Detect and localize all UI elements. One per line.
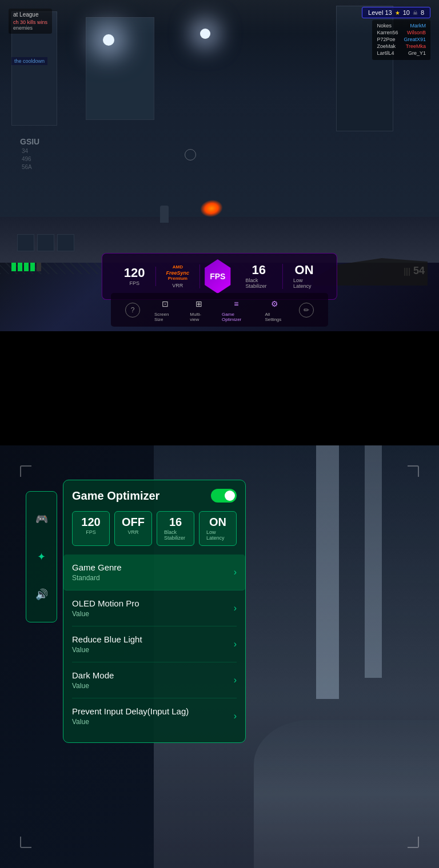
game-genre-title: Game Genre	[72, 562, 122, 572]
black-stab-label: Black Stabilizer	[245, 278, 272, 289]
stat-black-stab: 16 Black Stabilizer	[157, 511, 194, 546]
oled-motion-text: OLED Motion Pro Value	[72, 598, 139, 618]
edit-icon: ✏	[304, 306, 309, 314]
stat-black-stab-label: Black Stabilizer	[164, 529, 187, 541]
stars-count: 10	[403, 9, 410, 16]
hud-top-right: Level 13 ★ 10 ☠ 8 Nokes MarkM Karren56 W…	[362, 7, 430, 60]
scene-label: GSIU	[20, 137, 39, 146]
streetlight-left	[103, 34, 114, 46]
input-lag-text: Prevent Input Delay(Input Lag) Value	[72, 706, 189, 726]
ctrl-screen-size[interactable]: ⊡ Screen Size	[154, 298, 175, 322]
waterfall-left	[316, 445, 339, 699]
building-mid	[86, 17, 154, 120]
health-3	[24, 263, 29, 271]
oled-motion-title: OLED Motion Pro	[72, 598, 139, 608]
dark-mode-text: Dark Mode Value	[72, 670, 114, 690]
tv-corner-tl	[20, 465, 31, 477]
input-lag-chevron: ›	[234, 711, 237, 721]
screen-size-label: Screen Size	[154, 312, 175, 322]
player-row-2: Karren56 WilsonB	[377, 30, 426, 35]
oled-motion-chevron: ›	[234, 603, 237, 613]
stats-row: 120 FPS OFF VRR 16 Black Stabilizer ON L…	[72, 511, 237, 546]
reduce-blue-light-value: Value	[72, 646, 142, 654]
reduce-blue-light-title: Reduce Blue Light	[72, 634, 142, 644]
middle-separator	[0, 331, 439, 445]
player-right-4: TreeMka	[406, 43, 426, 49]
player-right-1: MarkM	[410, 23, 426, 29]
stat-fps: 120 FPS	[72, 511, 110, 546]
power-toggle[interactable]	[211, 489, 237, 503]
tv-corner-br	[408, 837, 419, 848]
reduce-blue-light-chevron: ›	[234, 639, 237, 649]
stat-fps-value: 120	[81, 516, 100, 528]
hud-top-left: at League ch 30 kills wins enemies	[9, 9, 52, 34]
freesync-line3: Premium	[168, 276, 187, 282]
player-right-2: WilsonB	[407, 30, 426, 35]
player-list: Nokes MarkM Karren56 WilsonB P72Poe Grea…	[372, 20, 430, 60]
low-latency-stat: ON Low Latency	[283, 264, 325, 289]
menu-item-game-genre[interactable]: Game Genre Standard ›	[63, 554, 245, 590]
fps-value: 120	[124, 267, 145, 279]
game-scene: GSIU 3449656A the cooldown at League ch …	[0, 0, 439, 331]
ctrl-game-optimizer[interactable]: ≡ Game Optimizer	[222, 298, 250, 322]
player-left-1: Nokes	[377, 23, 392, 29]
game-optimizer-label: Game Optimizer	[222, 312, 250, 322]
all-settings-label: All Settings	[265, 312, 285, 322]
ctrl-all-settings[interactable]: ⚙ All Settings	[265, 298, 285, 322]
stat-vrr-value: OFF	[122, 516, 145, 528]
streetlight-right	[200, 29, 210, 39]
ctrl-edit[interactable]: ✏	[299, 303, 314, 318]
help-circle[interactable]: ?	[125, 303, 140, 318]
edit-circle[interactable]: ✏	[299, 303, 314, 318]
level-text: Level 13	[368, 9, 392, 16]
menu-item-dark-mode[interactable]: Dark Mode Value ›	[72, 662, 237, 698]
low-latency-label: Low Latency	[293, 278, 315, 289]
ctrl-help[interactable]: ?	[125, 303, 140, 318]
game-genre-text: Game Genre Standard	[72, 562, 122, 582]
sidebar-gamepad-icon[interactable]: 🎮	[33, 510, 51, 528]
health-4	[30, 263, 35, 271]
game-genre-value: Standard	[72, 574, 122, 582]
health-bar	[11, 263, 41, 271]
optimizer-panel: Game Optimizer 120 FPS OFF VRR 16 Black …	[63, 480, 246, 743]
player-row-4: ZoeMak TreeMka	[377, 43, 426, 49]
input-lag-value: Value	[72, 718, 189, 726]
health-1	[11, 263, 16, 271]
top-game-section: GSIU 3449656A the cooldown at League ch …	[0, 0, 439, 331]
menu-item-oled-motion[interactable]: OLED Motion Pro Value ›	[72, 590, 237, 626]
player-right-3: GreatX91	[404, 37, 426, 42]
help-icon: ?	[131, 306, 135, 314]
level-badge: Level 13 ★ 10 ☠ 8	[362, 7, 430, 18]
waterfall-right	[365, 445, 382, 678]
ctrl-multiview[interactable]: ⊞ Multi-view	[190, 298, 207, 322]
black-stab-stat: 16 Black Stabilizer	[235, 264, 282, 289]
health-2	[18, 263, 22, 271]
game-genre-chevron: ›	[234, 567, 237, 577]
stat-low-latency-label: Low Latency	[206, 529, 229, 541]
controls-bar: ? ⊡ Screen Size ⊞ Multi-view ≡ Game Opti…	[111, 293, 328, 327]
black-stab-value: 16	[252, 264, 265, 276]
player-right-5: Gre_Y1	[408, 50, 426, 56]
stat-vrr-label: VRR	[127, 529, 138, 535]
container-boxes	[17, 234, 74, 251]
all-settings-icon: ⚙	[269, 298, 281, 310]
freesync-line1: AMD	[173, 264, 183, 270]
box-3	[57, 234, 74, 251]
sidebar-audio-icon[interactable]: 🔊	[33, 585, 51, 604]
input-lag-title: Prevent Input Delay(Input Lag)	[72, 706, 189, 716]
multiview-label: Multi-view	[190, 312, 207, 322]
stat-low-latency: ON Low Latency	[199, 511, 237, 546]
dark-mode-chevron: ›	[234, 675, 237, 685]
toggle-knob	[225, 491, 235, 501]
reduce-blue-light-text: Reduce Blue Light Value	[72, 634, 142, 654]
stat-vrr: OFF VRR	[114, 511, 152, 546]
fps-label: FPS	[129, 280, 139, 286]
optimizer-sidebar: 🎮 ✦ 🔊	[26, 491, 57, 622]
menu-item-reduce-blue-light[interactable]: Reduce Blue Light Value ›	[72, 626, 237, 662]
game-optimizer-icon: ≡	[230, 298, 242, 310]
menu-item-input-lag[interactable]: Prevent Input Delay(Input Lag) Value ›	[72, 698, 237, 734]
stat-low-latency-value: ON	[209, 516, 226, 528]
sidebar-display-icon[interactable]: ✦	[33, 548, 51, 566]
tv-corner-bl	[20, 837, 31, 848]
screen-size-icon: ⊡	[159, 298, 171, 310]
